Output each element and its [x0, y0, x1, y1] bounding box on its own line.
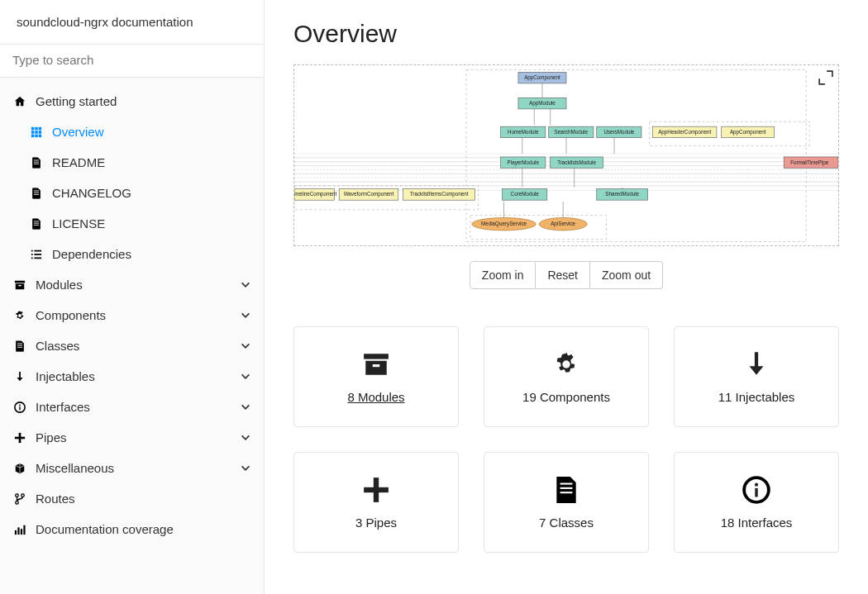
list-icon	[29, 249, 44, 260]
overview-cards: 8 Modules19 Components11 Injectables3 Pi…	[293, 326, 839, 577]
sidebar-item-miscellaneous[interactable]: Miscellaneous	[0, 453, 264, 483]
sidebar-item-label: Components	[36, 308, 240, 322]
svg-text:SharedModule: SharedModule	[605, 191, 639, 197]
card-label: 8 Modules	[347, 390, 404, 404]
plus-icon	[362, 476, 390, 504]
sidebar-item-label: Injectables	[36, 369, 240, 383]
card--interfaces[interactable]: 18 Interfaces	[674, 452, 839, 553]
sidebar-item-label: Interfaces	[36, 400, 240, 414]
sidebar-item-label: Pipes	[36, 430, 240, 444]
svg-text:AppHeaderComponent: AppHeaderComponent	[658, 129, 711, 135]
sidebar-item-label: CHANGELOG	[52, 186, 251, 200]
chevron-down-icon	[240, 432, 251, 444]
sidebar-item-modules[interactable]: Modules	[0, 269, 264, 300]
svg-text:AppComponent: AppComponent	[524, 74, 560, 81]
svg-text:SearchModule: SearchModule	[555, 129, 589, 135]
sidebar-item-pipes[interactable]: Pipes	[0, 422, 264, 453]
svg-text:HomeModule: HomeModule	[508, 129, 539, 135]
sidebar-item-label: Classes	[36, 339, 240, 353]
sidebar-item-routes[interactable]: Routes	[0, 483, 264, 514]
chevron-down-icon	[240, 340, 251, 352]
sidebar-item-label: README	[52, 155, 251, 169]
sidebar-item-label: Dependencies	[52, 247, 251, 261]
file-icon	[29, 218, 44, 230]
info-icon	[742, 476, 770, 504]
svg-text:UsersModule: UsersModule	[603, 129, 634, 135]
search-input[interactable]	[12, 53, 251, 67]
card-label: 11 Injectables	[718, 390, 795, 404]
svg-text:TimelineComponent: TimelineComponent	[294, 191, 336, 197]
main-content: Overview	[265, 0, 868, 594]
file-icon	[29, 157, 44, 169]
sidebar-item-overview[interactable]: Overview	[0, 116, 264, 147]
cube-icon	[12, 463, 27, 474]
sidebar-item-license[interactable]: LICENSE	[0, 208, 264, 239]
info-icon	[12, 402, 27, 413]
sidebar-item-label: Modules	[36, 278, 240, 292]
card-label: 3 Pipes	[355, 516, 397, 530]
sidebar-item-documentation-coverage[interactable]: Documentation coverage	[0, 514, 264, 544]
sidebar-item-label: Routes	[36, 492, 251, 506]
arrow-down-icon	[12, 371, 27, 383]
card--classes[interactable]: 7 Classes	[484, 452, 649, 553]
module-diagram[interactable]: AppComponent AppModule HomeModule Search…	[293, 64, 839, 246]
sidebar-item-changelog[interactable]: CHANGELOG	[0, 178, 264, 208]
svg-text:CoreModule: CoreModule	[511, 191, 540, 197]
sidebar-item-classes[interactable]: Classes	[0, 330, 264, 361]
svg-text:FormatTimePipe: FormatTimePipe	[790, 159, 829, 166]
svg-text:AppComponent: AppComponent	[730, 129, 766, 135]
sidebar-item-interfaces[interactable]: Interfaces	[0, 392, 264, 422]
sidebar-item-label: Miscellaneous	[36, 461, 240, 475]
svg-text:WaveformComponent: WaveformComponent	[344, 191, 394, 197]
expand-icon[interactable]	[818, 70, 833, 85]
chevron-down-icon	[240, 463, 251, 474]
plus-icon	[12, 432, 27, 444]
search-wrap	[0, 44, 264, 78]
zoom-button-group: Zoom in Reset Zoom out	[293, 261, 839, 289]
app-title: soundcloud-ngrx documentation	[0, 0, 264, 44]
archive-icon	[362, 350, 390, 378]
file-icon	[12, 340, 27, 352]
sidebar-item-readme[interactable]: README	[0, 147, 264, 178]
file-icon	[29, 188, 44, 199]
sidebar: soundcloud-ngrx documentation Getting st…	[0, 0, 265, 594]
grid-icon	[29, 126, 44, 138]
zoom-in-button[interactable]: Zoom in	[470, 261, 537, 289]
card--pipes[interactable]: 3 Pipes	[293, 452, 459, 553]
gear-icon	[552, 350, 580, 378]
zoom-out-button[interactable]: Zoom out	[590, 261, 663, 289]
sidebar-item-injectables[interactable]: Injectables	[0, 361, 264, 392]
home-icon	[12, 96, 27, 107]
branch-icon	[12, 493, 27, 505]
file-icon	[552, 476, 580, 504]
card-label: 7 Classes	[539, 516, 594, 530]
sidebar-item-label: Getting started	[36, 94, 251, 108]
card--injectables[interactable]: 11 Injectables	[674, 326, 839, 427]
gear-icon	[12, 310, 27, 321]
svg-text:ApiService: ApiService	[551, 221, 575, 227]
sidebar-item-label: LICENSE	[52, 216, 251, 230]
sidebar-item-getting-started[interactable]: Getting started	[0, 86, 264, 116]
card-label: 19 Components	[522, 390, 610, 404]
chevron-down-icon	[240, 310, 251, 321]
sidebar-item-dependencies[interactable]: Dependencies	[0, 239, 264, 269]
page-title: Overview	[293, 20, 839, 48]
svg-text:AppModule: AppModule	[529, 100, 556, 107]
sidebar-item-label: Overview	[52, 125, 251, 139]
card-label: 18 Interfaces	[721, 516, 793, 530]
chevron-down-icon	[240, 371, 251, 383]
card--modules[interactable]: 8 Modules	[293, 326, 459, 427]
archive-icon	[12, 279, 27, 291]
chevron-down-icon	[240, 402, 251, 413]
sidebar-menu: Getting startedOverviewREADMECHANGELOGLI…	[0, 78, 264, 594]
bars-icon	[12, 524, 27, 535]
svg-rect-43	[466, 69, 806, 241]
diagram-svg: AppComponent AppModule HomeModule Search…	[294, 65, 838, 245]
reset-button[interactable]: Reset	[536, 261, 590, 289]
chevron-down-icon	[240, 279, 251, 291]
arrow-down-icon	[742, 350, 770, 378]
card--components[interactable]: 19 Components	[484, 326, 649, 427]
svg-text:MediaQueryService: MediaQueryService	[481, 221, 527, 227]
sidebar-item-components[interactable]: Components	[0, 300, 264, 330]
sidebar-item-label: Documentation coverage	[36, 522, 251, 536]
